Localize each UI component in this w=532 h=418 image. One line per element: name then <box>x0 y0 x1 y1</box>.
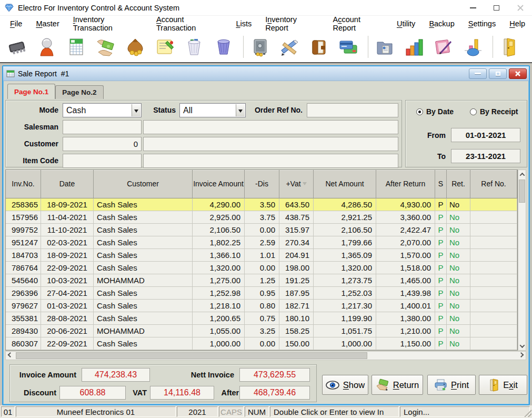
table-row[interactable]: 28943020-06-2021MOHAMMAD1,055.003.25158.… <box>6 325 517 337</box>
trash-empty-icon[interactable] <box>213 36 235 58</box>
column-header--dis[interactable]: -Dis <box>245 170 279 198</box>
trash-full-icon[interactable] <box>183 36 205 58</box>
tab-page-no-2[interactable]: Page No.2 <box>55 85 103 99</box>
design-tools-icon[interactable] <box>278 36 300 58</box>
table-cell <box>470 249 517 262</box>
column-header-after-return[interactable]: After Return <box>376 170 435 198</box>
column-header-ref-no-[interactable]: Ref No. <box>470 170 517 198</box>
mode-combobox[interactable]: Cash <box>63 103 142 117</box>
menu-utility[interactable]: Utility <box>390 17 422 30</box>
app-minimize-button[interactable] <box>461 0 485 15</box>
app-maximize-button[interactable] <box>485 0 508 15</box>
column-header-ret-[interactable]: Ret. <box>447 170 470 198</box>
table-cell: 315.97 <box>279 224 314 236</box>
table-cell: 11-04-2021 <box>41 211 94 224</box>
table-row[interactable]: 18470318-09-2021Cash Sales1,366.101.0120… <box>6 249 517 262</box>
credit-cards-icon[interactable] <box>337 36 359 58</box>
order-ref-input[interactable] <box>307 103 398 117</box>
money-bag-icon[interactable] <box>124 36 146 58</box>
cash-payment-icon[interactable] <box>95 36 117 58</box>
salesman-code-input[interactable] <box>63 120 142 134</box>
user-icon[interactable] <box>36 36 58 58</box>
table-cell: 1,365.09 <box>314 249 376 262</box>
scroll-left-button[interactable] <box>6 352 15 360</box>
table-row[interactable]: 15795611-04-2021Cash Sales2,925.003.7543… <box>6 211 517 224</box>
bar-chart-icon[interactable] <box>403 36 425 58</box>
column-header-customer[interactable]: Customer <box>94 170 193 198</box>
mode-dropdown-arrow-icon[interactable] <box>132 104 140 116</box>
menu-lists[interactable]: Lists <box>229 17 258 30</box>
return-button[interactable]: Return <box>372 375 423 395</box>
wallet-icon[interactable] <box>308 36 330 58</box>
table-cell: Cash Sales <box>94 198 193 211</box>
item-name-field[interactable] <box>143 154 398 168</box>
table-cell: No <box>447 337 470 350</box>
exit-door-icon[interactable] <box>498 36 520 58</box>
table-row[interactable]: 86030722-09-2021Cash Sales1,000.000.0015… <box>6 337 517 350</box>
customer-code-input[interactable]: 0 <box>63 137 142 151</box>
table-row[interactable]: 99975211-10-2021Cash Sales2,106.500.0031… <box>6 224 517 236</box>
menu-inventory-report[interactable]: Inventory Report <box>258 13 326 34</box>
horizontal-scrollbar[interactable] <box>5 351 526 360</box>
salesman-name-field[interactable] <box>143 120 398 134</box>
table-row[interactable]: 54564010-03-2021MOHAMMAD1,275.001.25191.… <box>6 274 517 287</box>
scroll-down-button[interactable] <box>518 342 526 350</box>
analysis-icon[interactable] <box>462 36 484 58</box>
table-cell: 3,360.00 <box>376 211 435 224</box>
customer-name-field[interactable] <box>143 137 398 151</box>
table-row[interactable]: 25836518-09-2021Cash Sales4,290.003.5064… <box>6 198 517 211</box>
column-header-inv-no-[interactable]: Inv.No. <box>6 170 41 198</box>
print-button[interactable]: Print <box>427 375 476 395</box>
chip-icon[interactable] <box>6 36 28 58</box>
table-row[interactable]: 97962701-03-2021Cash Sales1,218.100.8018… <box>6 300 517 312</box>
column-header-net-amount[interactable]: Net Amount <box>314 170 376 198</box>
menu-help[interactable]: Help <box>503 17 532 30</box>
by-receipt-radio[interactable]: By Receipt <box>470 107 518 116</box>
table-row[interactable]: 78676422-09-2021Cash Sales1,320.000.0019… <box>6 262 517 274</box>
report-close-button[interactable] <box>509 68 527 79</box>
item-code-input[interactable] <box>63 154 142 168</box>
scroll-up-button[interactable] <box>518 170 526 178</box>
table-row[interactable]: 95124702-03-2021Cash Sales1,802.252.5927… <box>6 236 517 249</box>
menu-inventory-transaction[interactable]: Inventory Transaction <box>66 13 149 34</box>
notebook-icon[interactable] <box>433 36 455 58</box>
menu-backup[interactable]: Backup <box>422 17 461 30</box>
from-date-input[interactable]: 01-01-2021 <box>451 128 520 142</box>
table-row[interactable]: 35538128-08-2021Cash Sales1,200.650.7518… <box>6 312 517 325</box>
menu-master[interactable]: Master <box>29 17 66 30</box>
column-header-date[interactable]: Date <box>41 170 94 198</box>
by-date-radio[interactable]: By Date <box>416 107 454 116</box>
sale-report-title-bar[interactable]: Sale Report #1 <box>3 66 529 81</box>
column-header-invoice-amount[interactable]: Invoice Amount <box>193 170 245 198</box>
tab-page-no-1[interactable]: Page No.1 <box>7 84 55 99</box>
safe-icon[interactable] <box>249 36 271 58</box>
documents-folder-icon[interactable] <box>374 36 396 58</box>
column-header--vat[interactable]: +Vat <box>279 170 314 198</box>
menu-settings[interactable]: Settings <box>461 17 503 30</box>
table-cell: 1,802.25 <box>193 236 245 249</box>
menu-file[interactable]: File <box>3 17 29 30</box>
report-minimize-button[interactable] <box>469 68 487 79</box>
discount-value: 608.88 <box>59 386 126 400</box>
table-row[interactable]: 29639627-04-2021Cash Sales1,252.980.9518… <box>6 287 517 300</box>
to-date-input[interactable]: 23-11-2021 <box>451 149 520 163</box>
column-header-s[interactable]: S <box>435 170 447 198</box>
sale-report-title: Sale Report #1 <box>18 69 69 78</box>
menu-account-report[interactable]: Account Report <box>326 13 390 34</box>
show-button[interactable]: Show <box>322 375 368 395</box>
report-window-icon <box>6 69 15 78</box>
worksheet-icon[interactable] <box>65 36 87 58</box>
edit-note-icon[interactable] <box>154 36 176 58</box>
vertical-scrollbar[interactable] <box>518 170 526 351</box>
table-cell: 180.10 <box>279 312 314 325</box>
status-dropdown-arrow-icon[interactable] <box>236 104 245 116</box>
report-restore-button[interactable] <box>489 68 507 79</box>
vertical-scroll-thumb[interactable] <box>519 180 525 203</box>
vat-label: VAT <box>128 389 147 397</box>
horizontal-scroll-thumb[interactable] <box>16 352 367 359</box>
menu-account-transaction[interactable]: Account Transaction <box>149 13 229 34</box>
status-combobox[interactable]: All <box>179 103 246 117</box>
app-close-button[interactable] <box>508 0 532 15</box>
exit-button[interactable]: Exit <box>479 375 527 395</box>
scroll-right-button[interactable] <box>517 352 526 360</box>
